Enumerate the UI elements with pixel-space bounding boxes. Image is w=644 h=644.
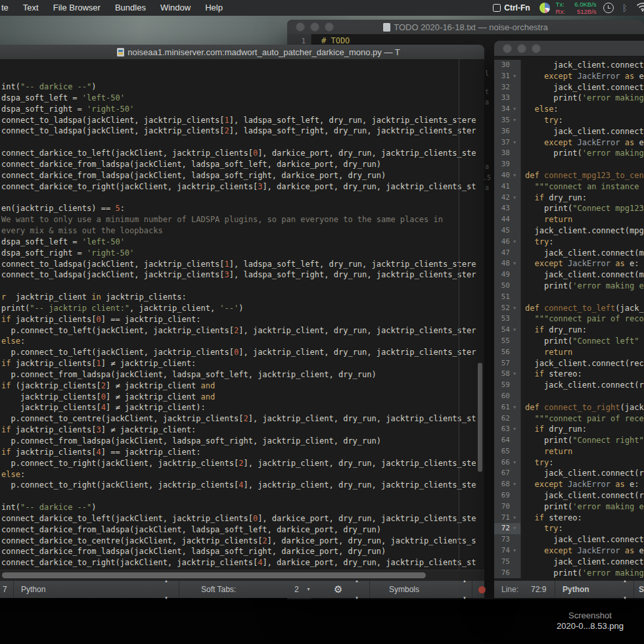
gutter-cell[interactable]: 68▼ <box>494 479 521 490</box>
minimize-button[interactable] <box>517 44 526 53</box>
horizontal-scrollbar-thumb[interactable] <box>2 572 426 578</box>
gutter-cell[interactable]: 55 <box>494 336 521 347</box>
language-selector[interactable]: Python <box>21 581 45 598</box>
keyboard-mode-menu-extra[interactable]: Ctrl-Fn <box>493 3 530 12</box>
soft-tabs-value[interactable]: 2 <box>294 581 299 598</box>
main-code-editor[interactable]: int("-- darkice --")dspa_soft_left = 'le… <box>0 59 484 570</box>
fold-arrow-icon[interactable]: ▼ <box>510 137 519 149</box>
fold-arrow-icon[interactable]: ▼ <box>510 457 519 469</box>
gutter-cell[interactable]: 58▼ <box>494 369 521 380</box>
gutter-cell[interactable]: 38 <box>494 148 521 159</box>
gutter-cell[interactable]: 47 <box>494 248 521 259</box>
gutter-cell[interactable]: 37▼ <box>494 137 521 149</box>
horizontal-scrollbar[interactable] <box>0 570 484 581</box>
fold-arrow-icon[interactable]: ▼ <box>510 545 519 557</box>
gutter-cell[interactable]: 69 <box>494 490 521 501</box>
gutter-cell[interactable]: 42▼ <box>494 193 521 204</box>
gear-icon[interactable]: ⚙ <box>334 581 342 598</box>
gutter-cell[interactable]: 60 <box>494 391 521 402</box>
gutter-cell[interactable]: 62 <box>494 413 521 425</box>
fold-arrow-icon[interactable]: ▼ <box>510 369 519 380</box>
gutter-cell[interactable]: 76 <box>494 568 521 579</box>
fold-arrow-icon[interactable]: ▼ <box>510 115 519 126</box>
bluetooth-icon[interactable]: ᛒ <box>622 3 628 13</box>
fold-arrow-icon[interactable]: ▼ <box>510 193 519 204</box>
gutter-cell[interactable]: 70 <box>494 501 521 513</box>
gutter-cell[interactable]: 56 <box>494 347 521 358</box>
gutter-cell[interactable]: 67 <box>494 468 521 479</box>
symbols-selector[interactable]: Symbols <box>389 581 419 598</box>
symbols-partial[interactable]: S <box>639 581 644 598</box>
fold-arrow-icon[interactable]: ▼ <box>510 402 519 413</box>
right-titlebar[interactable] <box>494 41 644 57</box>
gutter-cell[interactable]: 51 <box>494 292 521 303</box>
gutter-cell[interactable]: 75 <box>494 557 521 568</box>
gutter-cell[interactable]: 64 <box>494 435 521 446</box>
menu-window[interactable]: Window <box>153 0 198 16</box>
gutter-cell[interactable]: 34▼ <box>494 104 521 115</box>
gutter-cell[interactable]: 33 <box>494 93 521 104</box>
minimize-button[interactable] <box>310 22 319 32</box>
gutter-cell[interactable]: 44 <box>494 214 521 225</box>
right-code-editor[interactable]: 30 jack_client.connect31▼ except JackErr… <box>494 56 644 581</box>
fold-arrow-icon[interactable]: ▼ <box>510 258 519 269</box>
fold-arrow-icon[interactable]: ▼ <box>510 104 519 115</box>
gutter-cell[interactable]: 59 <box>494 380 521 391</box>
fold-arrow-icon[interactable]: ▼ <box>510 424 519 435</box>
chevron-down-icon[interactable]: ▼ <box>306 581 311 598</box>
gutter-cell[interactable]: 74▼ <box>494 545 521 557</box>
gutter-cell[interactable]: 54▼ <box>494 325 521 336</box>
menu-file-browser[interactable]: File Browser <box>46 0 108 16</box>
fold-arrow-icon[interactable]: ▼ <box>510 71 519 82</box>
main-titlebar[interactable]: noiseaa1.miniserver.com:madwort_auto_pat… <box>0 45 484 60</box>
network-throughput-indicator[interactable]: Tx:6.0KB/s Rx:512B/s <box>556 1 597 15</box>
time-machine-icon[interactable] <box>603 3 614 13</box>
gutter-cell[interactable]: 66▼ <box>494 457 521 469</box>
fold-arrow-icon[interactable]: ▼ <box>510 325 519 336</box>
fold-arrow-icon[interactable]: ▼ <box>510 513 519 524</box>
vertical-scrollbar-thumb[interactable] <box>478 363 482 472</box>
menu-text[interactable]: Text <box>16 0 46 16</box>
wifi-icon[interactable] <box>636 2 644 14</box>
gutter-cell[interactable]: 45 <box>494 225 521 237</box>
record-macro-button[interactable] <box>478 586 486 593</box>
menu-help[interactable]: Help <box>198 0 230 16</box>
gutter-cell[interactable]: 72▼ <box>494 523 521 534</box>
fold-arrow-icon[interactable]: ▼ <box>510 479 519 490</box>
symbols-stepper[interactable]: ▲▼ <box>463 581 467 598</box>
menu-bundles[interactable]: Bundles <box>108 0 153 16</box>
gutter-cell[interactable]: 46▼ <box>494 237 521 248</box>
gutter-cell[interactable]: 36 <box>494 126 521 137</box>
language-selector[interactable]: Python <box>563 581 589 598</box>
gutter-cell[interactable]: 31▼ <box>494 71 521 82</box>
gutter-cell[interactable]: 41 <box>494 181 521 193</box>
language-stepper[interactable]: ▲▼ <box>623 581 627 598</box>
gutter-cell[interactable]: 48▼ <box>494 258 521 269</box>
gutter-cell[interactable]: 73 <box>494 534 521 545</box>
zoom-button[interactable] <box>325 22 334 32</box>
gutter-cell[interactable]: 57 <box>494 358 521 369</box>
close-button[interactable] <box>296 22 305 32</box>
gutter-cell[interactable]: 50 <box>494 281 521 292</box>
gutter-cell[interactable]: 32 <box>494 82 521 93</box>
gutter-cell[interactable]: 71▼ <box>494 513 521 524</box>
gutter-cell[interactable]: 43 <box>494 203 521 214</box>
gutter-cell[interactable]: 40▼ <box>494 170 521 181</box>
gutter-cell[interactable]: 30 <box>494 60 521 71</box>
gutter-cell[interactable]: 52▼ <box>494 303 521 314</box>
close-button[interactable] <box>503 44 512 53</box>
fold-arrow-icon[interactable]: ▼ <box>510 237 519 248</box>
gutter-cell[interactable]: 61▼ <box>494 402 521 413</box>
fold-arrow-icon[interactable]: ▼ <box>510 523 519 534</box>
gutter-cell[interactable]: 63▼ <box>494 424 521 435</box>
zoom-button[interactable] <box>532 44 541 53</box>
gutter-cell[interactable]: 49 <box>494 269 521 281</box>
todo-titlebar[interactable]: TODO 2020-16-18.txt — noise-orchestra <box>287 20 644 35</box>
desktop-file-icon[interactable]: Screenshot 2020-0...8.53.png <box>531 610 644 631</box>
language-stepper[interactable]: ▲▼ <box>164 581 168 598</box>
menu-app-partial[interactable]: te <box>0 0 16 16</box>
fold-arrow-icon[interactable]: ▼ <box>510 170 519 181</box>
gutter-cell[interactable]: 39 <box>494 159 521 170</box>
gutter-cell[interactable]: 53 <box>494 313 521 325</box>
disk-usage-pie-icon[interactable] <box>540 3 550 13</box>
